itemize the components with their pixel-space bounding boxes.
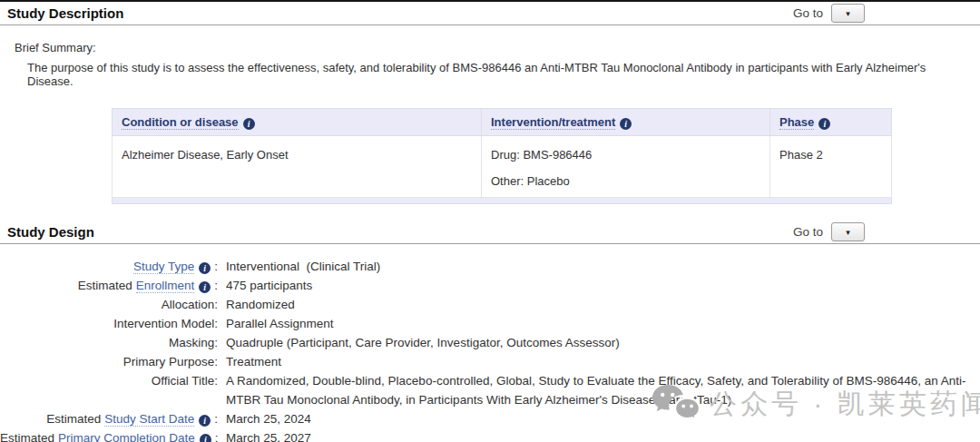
study-start-date-link[interactable]: Study Start Date bbox=[104, 412, 194, 427]
info-icon[interactable]: i bbox=[620, 118, 632, 130]
goto-label: Go to bbox=[793, 225, 823, 239]
table-footer-strip bbox=[113, 198, 892, 204]
condition-header-link[interactable]: Condition or disease bbox=[122, 115, 239, 130]
study-record-page: Study Description Go to ▾ Brief Summary:… bbox=[0, 0, 980, 442]
goto-label: Go to bbox=[793, 6, 823, 20]
allocation-value: Randomized bbox=[226, 295, 295, 314]
row-masking: Masking: Quadruple (Participant, Care Pr… bbox=[0, 333, 980, 352]
goto-dropdown-button[interactable]: ▾ bbox=[831, 4, 865, 23]
row-study-type: Study Typei: Interventional (Clinical Tr… bbox=[0, 257, 980, 276]
primary-purpose-label: Primary Purpose: bbox=[0, 352, 218, 371]
section-divider bbox=[0, 243, 980, 244]
enrollment-value: 475 participants bbox=[226, 276, 312, 295]
chevron-down-icon: ▾ bbox=[846, 9, 850, 18]
goto-control-description: Go to ▾ bbox=[793, 4, 865, 23]
row-label: EstimatedStudy Start Datei: bbox=[0, 409, 218, 428]
allocation-label: Allocation: bbox=[0, 295, 218, 314]
condition-cell: Alzheimer Disease, Early Onset bbox=[113, 136, 482, 198]
section-divider bbox=[0, 25, 980, 25]
row-official-title: Official Title: A Randomized, Double-bli… bbox=[0, 371, 980, 409]
info-icon[interactable]: i bbox=[199, 415, 211, 427]
table-header-row: Condition or diseasei Intervention/treat… bbox=[113, 109, 892, 136]
phase-cell: Phase 2 bbox=[770, 136, 892, 198]
row-start-date: EstimatedStudy Start Datei: March 25, 20… bbox=[0, 409, 980, 428]
info-icon[interactable]: i bbox=[200, 434, 211, 442]
column-header-phase: Phasei bbox=[770, 109, 892, 136]
enrollment-link[interactable]: Enrollment bbox=[136, 279, 195, 293]
study-type-link[interactable]: Study Type bbox=[133, 260, 194, 274]
table-row: Alzheimer Disease, Early Onset Drug: BMS… bbox=[113, 136, 892, 198]
study-type-value: Interventional (Clinical Trial) bbox=[226, 257, 380, 276]
study-description-title: Study Description bbox=[7, 5, 123, 21]
official-title-label: Official Title: bbox=[0, 371, 218, 390]
primary-completion-date-link[interactable]: Primary Completion Date bbox=[58, 431, 195, 442]
masking-value: Quadruple (Participant, Care Provider, I… bbox=[226, 333, 620, 352]
study-description-header: Study Description Go to ▾ bbox=[0, 2, 980, 25]
row-enrollment: EstimatedEnrollmenti: 475 participants bbox=[0, 276, 980, 295]
study-design-details: Study Typei: Interventional (Clinical Tr… bbox=[0, 257, 980, 442]
info-icon[interactable]: i bbox=[243, 118, 255, 130]
intervention-drug: Drug: BMS-986446 bbox=[491, 148, 760, 162]
intervention-header-link[interactable]: Intervention/treatment bbox=[491, 115, 615, 130]
study-design-title: Study Design bbox=[7, 224, 94, 240]
goto-dropdown-button[interactable]: ▾ bbox=[831, 222, 865, 241]
condition-table: Condition or diseasei Intervention/treat… bbox=[112, 108, 892, 204]
brief-summary-text: The purpose of this study is to assess t… bbox=[27, 61, 953, 88]
column-header-intervention: Intervention/treatmenti bbox=[482, 109, 770, 136]
info-icon[interactable]: i bbox=[199, 281, 211, 293]
condition-table-wrap: Condition or diseasei Intervention/treat… bbox=[112, 108, 980, 204]
row-intervention-model: Intervention Model: Parallel Assignment bbox=[0, 314, 980, 333]
study-design-header: Study Design Go to ▾ bbox=[0, 221, 980, 243]
row-label: Study Typei: bbox=[0, 257, 218, 276]
intervention-other: Other: Placebo bbox=[491, 174, 760, 188]
row-allocation: Allocation: Randomized bbox=[0, 295, 980, 314]
brief-summary-label: Brief Summary: bbox=[15, 41, 980, 54]
primary-purpose-value: Treatment bbox=[226, 352, 281, 371]
info-icon[interactable]: i bbox=[199, 262, 211, 274]
masking-label: Masking: bbox=[0, 333, 218, 352]
row-label: EstimatedPrimary Completion Datei: bbox=[0, 428, 218, 442]
row-primary-completion-date: EstimatedPrimary Completion Datei: March… bbox=[0, 428, 980, 442]
intervention-model-label: Intervention Model: bbox=[0, 314, 218, 333]
phase-header-link[interactable]: Phase bbox=[779, 115, 814, 130]
official-title-value: A Randomized, Double-blind, Placebo-cont… bbox=[226, 371, 968, 409]
row-label: EstimatedEnrollmenti: bbox=[0, 276, 218, 295]
row-primary-purpose: Primary Purpose: Treatment bbox=[0, 352, 980, 371]
primary-completion-date-value: March 25, 2027 bbox=[226, 428, 311, 442]
column-header-condition: Condition or diseasei bbox=[113, 109, 482, 136]
info-icon[interactable]: i bbox=[818, 118, 830, 130]
study-start-date-value: March 25, 2024 bbox=[226, 409, 311, 428]
goto-control-design: Go to ▾ bbox=[793, 222, 865, 241]
intervention-cell: Drug: BMS-986446 Other: Placebo bbox=[482, 136, 770, 198]
chevron-down-icon: ▾ bbox=[846, 228, 850, 237]
intervention-model-value: Parallel Assignment bbox=[226, 314, 334, 333]
